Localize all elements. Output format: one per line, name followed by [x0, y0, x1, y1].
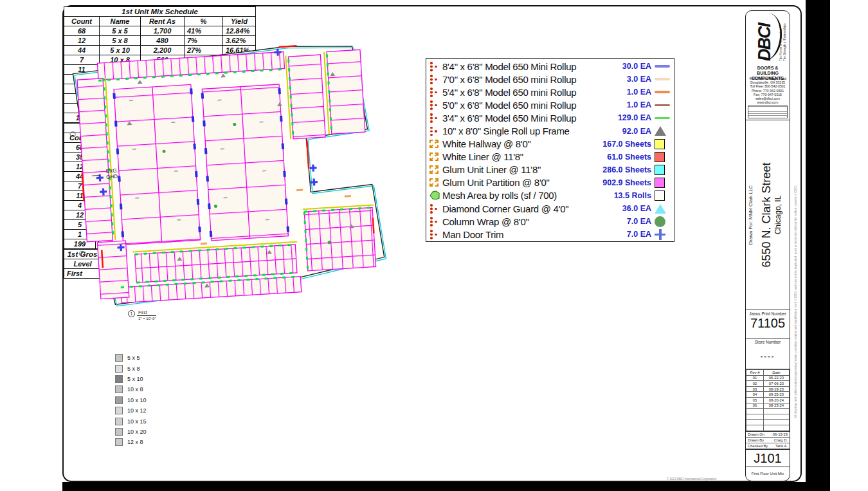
legend-label: Diamond Corner Guard @ 4'0"	[442, 203, 622, 214]
door-marker-icon	[429, 216, 442, 227]
column-header: Count	[64, 17, 100, 26]
unit-size-label: 5 x 8	[127, 366, 140, 372]
legend-swatch-sq	[655, 178, 665, 188]
table-cell: 5 x 5	[100, 26, 141, 36]
rev-row	[746, 409, 790, 414]
unit-size-swatch	[115, 428, 123, 436]
legend-label: 8'4" x 6'8" Model 650 Mini Rollup	[442, 61, 622, 72]
legend-quantity: 3.0 EA	[627, 75, 651, 84]
unit-size-key-row: 10 x 10	[115, 395, 147, 405]
unit-size-key-row: 12 x 8	[115, 437, 147, 447]
logo-tagline-2: The Strength of Partnerships	[783, 14, 786, 61]
unit-size-swatch	[115, 375, 123, 383]
drawing-meta: Drawn On06-15-23 Drawn ByCraig D. Checke…	[746, 432, 790, 450]
legend-label: White Liner @ 11'8"	[442, 151, 607, 162]
drawn-by-row: Drawn ByCraig D.	[746, 438, 790, 443]
legend-quantity: 7.0 EA	[627, 217, 651, 226]
project-city: Chicago, IL	[773, 122, 782, 308]
door-marker-icon	[429, 113, 442, 123]
address-line: Phone: 770-942-0501	[746, 89, 790, 93]
rev-row: 0409-25-23	[746, 392, 790, 398]
plan-scale-note: 1 First 1" = 10'-0"	[128, 310, 156, 320]
legend-quantity: 92.0 EA	[622, 127, 651, 136]
logo-tagline-1: The Power of Innovation	[779, 14, 782, 61]
scan-backing-right	[806, 0, 830, 487]
legend-quantity: 1.0 EA	[627, 100, 651, 109]
legend-row: White Hallway @ 8'0"167.0 Sheets	[429, 138, 671, 151]
door-marker-icon	[429, 126, 442, 136]
legend-row: 3'4" x 6'8" Model 650 Mini Rollup129.0 E…	[429, 111, 671, 124]
door-marker-icon	[429, 74, 442, 84]
table-cell: 41%	[185, 26, 223, 36]
dbci-logo: DBCI The Power of Innovation The Strengt…	[746, 11, 790, 65]
legend-quantity: 129.0 EA	[618, 113, 651, 122]
sheet-panel-icon	[429, 178, 442, 187]
table-cell: 12.84%	[223, 26, 256, 36]
legend-quantity: 30.0 EA	[622, 62, 651, 71]
unit-size-label: 5 x 10	[127, 376, 143, 382]
address-line: Toll Free: 800-542-0501	[746, 84, 790, 88]
legend-swatch-line	[655, 65, 670, 68]
sheet-panel-icon	[429, 165, 442, 174]
exg-ohd-label2: OHD.	[106, 174, 120, 180]
table-cell: 1,700	[141, 26, 185, 36]
column-header: Yield	[223, 17, 256, 26]
legend-label: 7'0" x 6'8" Model 650 mini Rollup	[442, 74, 627, 85]
legend-label: 10" x 8'0" Single Roll up Frame	[442, 125, 622, 136]
rev-row: 0608-23-24	[746, 403, 790, 409]
drawing-sheet: EXG. OHD. 1 First 1" = 10'-0" 5 x 55 x 8…	[62, 5, 802, 482]
company-name: DOORS & BUILDING COMPONENTS	[746, 65, 790, 77]
schedule-title: 1st Unit Mix Schedule	[64, 7, 256, 17]
revision-table: Rev #Date0106-22-230207-06-230308-29-230…	[746, 369, 790, 432]
unit-size-key: 5 x 55 x 85 x 1010 x 810 x 1010 x 1210 x…	[115, 353, 147, 448]
unit-size-key-row: 10 x 8	[115, 384, 147, 394]
legend-swatch-line	[655, 117, 670, 120]
project-street: 6550 N. Clark Street	[760, 122, 773, 308]
checked-by-row: Checked ByTarik A.	[746, 443, 790, 449]
unit-size-key-row: 10 x 15	[115, 416, 147, 426]
door-marker-icon	[429, 229, 442, 239]
unit-size-label: 5 x 5	[127, 355, 140, 361]
unit-size-swatch	[115, 385, 123, 393]
unit-size-swatch	[115, 365, 123, 373]
rev-row	[746, 425, 790, 431]
view-reference-bubble: 1	[128, 310, 135, 317]
legend-row: Mesh Area by rolls (sf / 700)13.5 Rolls	[429, 189, 671, 202]
legend-quantity: 61.0 Sheets	[607, 153, 651, 162]
store-number: Store Number ----	[746, 338, 790, 369]
legend-row: Glum Unit Partition @ 8'0"902.9 Sheets	[429, 176, 671, 189]
janus-print-number: Janus Print Number 71105	[746, 310, 790, 338]
unit-size-key-row: 5 x 5	[115, 353, 147, 363]
copyright-fine-print: © 2023 DBCI International Corporation	[667, 477, 716, 481]
legend-row: 5'4" x 6'8" Model 650 mini Rollup1.0 EA	[429, 86, 671, 98]
fine-print-vertical: All drawings and written material appear…	[794, 58, 797, 418]
door-marker-icon	[429, 61, 442, 71]
legend-quantity: 167.0 Sheets	[602, 140, 651, 149]
legend-row: White Liner @ 11'8"61.0 Sheets	[429, 151, 671, 163]
scanned-drawing-page: EXG. OHD. 1 First 1" = 10'-0" 5 x 55 x 8…	[0, 0, 868, 491]
legend-row: Column Wrap @ 8'0"7.0 EA	[429, 215, 671, 228]
legend-swatch-sq	[655, 165, 665, 175]
legend-swatch-sq	[655, 139, 665, 149]
unit-size-swatch	[115, 396, 123, 404]
legend-quantity: 902.9 Sheets	[602, 178, 651, 187]
company-address: 4946 Timber Ridge RoadDouglasville, GA 3…	[746, 77, 790, 105]
scan-backing-bottom	[62, 482, 830, 491]
door-marker-icon	[429, 87, 442, 97]
legend-row: 8'4" x 6'8" Model 650 Mini Rollup30.0 EA	[429, 60, 671, 73]
column-header: Rent As	[141, 17, 185, 26]
unit-size-swatch	[115, 438, 123, 446]
drawn-for: Drawn For: MNM Clark LLC	[748, 122, 754, 308]
legend-label: 5'0" x 6'8" Model 650 mini Rollup	[442, 100, 627, 111]
legend-row: Man Door Trim7.0 EA	[429, 228, 671, 241]
materials-legend: 8'4" x 6'8" Model 650 Mini Rollup30.0 EA…	[426, 58, 674, 242]
mesh-area-icon	[429, 190, 442, 200]
unit-size-key-row: 5 x 8	[115, 363, 147, 373]
legend-quantity: 286.0 Sheets	[602, 165, 651, 174]
legend-label: Glum Unit Liner @ 11'8"	[442, 164, 602, 175]
table-row: 685 x 51,70041%12.84%	[64, 26, 256, 36]
sheet-number: J101	[746, 450, 790, 467]
legend-swatch-tri	[655, 126, 666, 136]
unit-size-key-row: 5 x 10	[115, 374, 147, 384]
sheet-panel-icon	[429, 153, 442, 161]
